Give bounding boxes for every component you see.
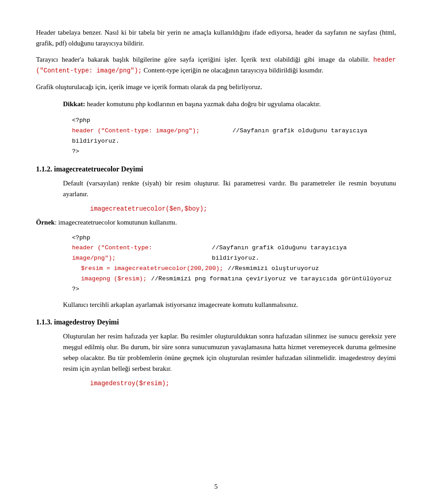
code2-comment-1: //Sayfanın grafik olduğunu tarayıcıya bi… (212, 243, 396, 264)
p1-text: Header tabelaya benzer. Nasıl ki bir tab… (36, 29, 396, 47)
page-number: 5 (36, 483, 396, 490)
code1-line1: <?php (72, 116, 396, 126)
s112-paragraph-1: Default (varsayılan) renkte (siyah) bir … (63, 178, 396, 199)
p2-text: Tarayıcı header'a bakarak başlık bilgile… (36, 56, 369, 63)
code2-imagepng: imagepng ($resim); (81, 274, 147, 284)
dikkat-cont: header komutunu php kodlarının en başına… (87, 100, 321, 108)
code2-header: header ("Content-type: image/png"); (72, 243, 198, 264)
code2-create: $resim = imagecreatetruecolor(200,200); (81, 264, 223, 274)
code1-header: header ("Content-type: image/png"); (72, 127, 200, 134)
code1-line3: ?> (72, 147, 396, 157)
code2-comment-2: //Resmimizi oluşturuyoruz (228, 264, 319, 274)
s112-code-inline: imagecreatetruecolor($en,$boy); (90, 205, 207, 212)
dikkat-block: Dikkat: header komutunu php kodlarının e… (63, 99, 369, 109)
s113-code-inline-block: imagedestroy($resim); (90, 379, 396, 387)
code2-comment-3: //Resmimizi png formatına çeviriyoruz ve… (151, 274, 392, 284)
code1-line2: header ("Content-type: image/png"); //Sa… (72, 126, 396, 147)
section-112-heading: 1.1.2. imagecreatetruecolor Deyimi (36, 165, 396, 173)
section-113-heading: 1.1.3. imagedestroy Deyimi (36, 318, 396, 326)
paragraph-2: Tarayıcı header'a bakarak başlık bilgile… (36, 54, 396, 76)
code-block-2: <?php header ("Content-type: image/png")… (72, 233, 396, 295)
s112-paragraph-2: Kullanıcı tercihli arkaplan ayarlamak is… (63, 299, 396, 310)
code2-line3: $resim = imagecreatetruecolor(200,200); … (81, 264, 396, 274)
s113-code-inline: imagedestroy($resim); (90, 380, 169, 387)
ornek-line: Örnek: imagecreatetruecolor komutunun ku… (36, 217, 396, 228)
code2-line4: imagepng ($resim); //Resmimizi png forma… (81, 274, 396, 284)
p2-cont: Content-type içeriğin ne olacağının tara… (144, 67, 324, 74)
code2-line5: ?> (72, 284, 396, 295)
ornek-text: : imagecreatetruecolor komutunun kullanı… (55, 219, 177, 226)
ornek-label: Örnek (36, 219, 55, 226)
code2-line2: header ("Content-type: image/png"); //Sa… (72, 243, 396, 264)
s112-code-inline-block: imagecreatetruecolor($en,$boy); (90, 205, 396, 212)
p3-text: Grafik oluşturulacağı için, içerik image… (36, 83, 262, 90)
code-block-1: <?php header ("Content-type: image/png")… (72, 116, 396, 157)
code2-line1: <?php (72, 233, 396, 243)
s113-paragraph-1: Oluşturulan her resim hafızada yer kapla… (63, 331, 396, 374)
dikkat-label: Dikkat: (63, 100, 85, 108)
paragraph-3: Grafik oluşturulacağı için, içerik image… (36, 81, 396, 92)
paragraph-1: Header tabelaya benzer. Nasıl ki bir tab… (36, 27, 396, 49)
